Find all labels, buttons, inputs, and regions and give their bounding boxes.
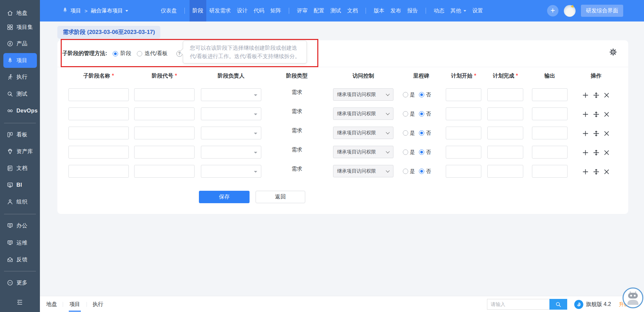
output-input[interactable]	[532, 165, 568, 178]
menu-code[interactable]: 代码	[251, 0, 267, 21]
assistant-robot-button[interactable]	[623, 287, 643, 308]
access-control-select[interactable]: 继承项目访问权限	[333, 88, 393, 101]
bottom-tab-home[interactable]: 地盘	[46, 296, 63, 312]
menu-report[interactable]: 报告	[404, 0, 421, 21]
sidebar-item-product[interactable]: 产品	[0, 37, 40, 50]
add-row-icon[interactable]	[582, 130, 589, 137]
dev-view-button[interactable]: 研发综合界面	[581, 5, 623, 17]
bottom-tab-project[interactable]: 项目	[63, 296, 87, 312]
stage-code-input[interactable]	[134, 88, 195, 101]
milestone-yes-radio[interactable]	[403, 130, 408, 136]
menu-build[interactable]: 版本	[371, 0, 387, 21]
stage-code-input[interactable]	[134, 127, 195, 139]
sidebar-item-office[interactable]: OA 办公	[0, 219, 40, 232]
menu-review[interactable]: 评审	[294, 0, 311, 21]
sidebar-item-org[interactable]: 组织	[0, 195, 40, 209]
plan-end-input[interactable]	[487, 165, 523, 178]
sidebar-item-more[interactable]: 更多	[0, 276, 40, 289]
menu-dynamic[interactable]: 动态	[431, 0, 447, 21]
menu-other[interactable]: 其他	[447, 0, 469, 21]
menu-config[interactable]: 配置	[311, 0, 327, 21]
menu-story[interactable]: 研发需求	[206, 0, 234, 21]
add-row-icon[interactable]	[582, 111, 589, 118]
radio-unselected-icon[interactable]	[137, 51, 142, 56]
collapse-sidebar-button[interactable]	[13, 297, 26, 308]
delete-row-icon[interactable]	[603, 111, 610, 118]
milestone-yes-radio[interactable]	[403, 111, 408, 117]
plan-end-input[interactable]	[487, 107, 523, 120]
milestone-no-radio[interactable]	[419, 130, 424, 136]
sidebar-item-execution[interactable]: 执行	[0, 70, 40, 84]
access-control-select[interactable]: 继承项目访问权限	[333, 127, 393, 139]
menu-stage[interactable]: 阶段	[190, 0, 206, 21]
save-button[interactable]: 保存	[199, 191, 250, 203]
sidebar-item-assets[interactable]: 资产库	[0, 145, 40, 158]
sidebar-item-program[interactable]: 项目集	[0, 20, 40, 34]
breadcrumb-project-switcher[interactable]: 融合瀑布项目	[91, 7, 123, 14]
delete-row-icon[interactable]	[603, 92, 610, 98]
add-row-icon[interactable]	[582, 92, 589, 98]
bottom-tab-execution[interactable]: 执行	[87, 296, 109, 312]
plan-start-input[interactable]	[446, 165, 481, 178]
split-stage-icon[interactable]	[593, 169, 599, 175]
stage-code-input[interactable]	[134, 165, 195, 178]
milestone-no-radio[interactable]	[419, 169, 424, 174]
back-button[interactable]: 返回	[256, 191, 305, 203]
sidebar-item-doc[interactable]: 文档	[0, 162, 40, 175]
substage-name-input[interactable]	[68, 146, 129, 159]
add-row-icon[interactable]	[582, 149, 589, 156]
plan-start-input[interactable]	[446, 127, 481, 139]
radio-selected-icon[interactable]	[113, 51, 118, 56]
access-control-select[interactable]: 继承项目访问权限	[333, 165, 393, 177]
sidebar-item-feedback[interactable]: 反馈	[0, 253, 40, 266]
output-input[interactable]	[532, 88, 568, 101]
stage-code-input[interactable]	[134, 146, 195, 159]
substage-name-input[interactable]	[68, 107, 129, 120]
substage-name-input[interactable]	[68, 127, 129, 139]
sidebar-item-kanban[interactable]: 看板	[0, 128, 40, 141]
stage-owner-select[interactable]	[201, 146, 261, 159]
plan-end-input[interactable]	[487, 127, 523, 139]
substage-name-input[interactable]	[68, 165, 129, 178]
radio-option-stage[interactable]: 阶段	[113, 50, 131, 57]
menu-release[interactable]: 发布	[387, 0, 404, 21]
breadcrumb-app[interactable]: 项目	[70, 7, 81, 14]
menu-doc[interactable]: 文档	[344, 0, 361, 21]
milestone-yes-radio[interactable]	[403, 92, 408, 97]
menu-settings[interactable]: 设置	[469, 0, 486, 21]
menu-design[interactable]: 设计	[234, 0, 251, 21]
radio-option-iteration[interactable]: 迭代/看板	[137, 50, 167, 57]
stage-owner-select[interactable]	[201, 165, 261, 178]
menu-test[interactable]: 测试	[327, 0, 344, 21]
sidebar-item-ops[interactable]: OPS 运维	[0, 236, 40, 250]
milestone-no-radio[interactable]	[419, 149, 424, 155]
gear-icon[interactable]	[609, 48, 617, 56]
milestone-no-radio[interactable]	[419, 111, 424, 117]
milestone-no-radio[interactable]	[419, 92, 424, 97]
menu-dashboard[interactable]: 仪表盘	[158, 0, 180, 21]
delete-row-icon[interactable]	[603, 149, 610, 156]
search-input[interactable]	[487, 299, 549, 310]
plan-start-input[interactable]	[446, 146, 481, 159]
plan-start-input[interactable]	[446, 107, 481, 120]
delete-row-icon[interactable]	[603, 130, 610, 137]
sidebar-item-home[interactable]: 地盘	[0, 6, 40, 20]
milestone-yes-radio[interactable]	[403, 169, 408, 174]
add-row-icon[interactable]	[582, 169, 589, 175]
stage-code-input[interactable]	[134, 107, 195, 120]
plan-start-input[interactable]	[446, 88, 481, 101]
menu-matrix[interactable]: 矩阵	[267, 0, 284, 21]
search-button[interactable]	[549, 299, 567, 310]
sidebar-item-qa[interactable]: 测试	[0, 87, 40, 101]
output-input[interactable]	[532, 146, 568, 159]
split-stage-icon[interactable]	[593, 130, 599, 137]
sidebar-item-bi[interactable]: BI	[0, 178, 40, 192]
split-stage-icon[interactable]	[593, 111, 599, 118]
quick-create-button[interactable]: +	[547, 5, 558, 16]
stage-owner-select[interactable]	[201, 107, 261, 120]
stage-owner-select[interactable]	[201, 88, 261, 101]
split-stage-icon[interactable]	[593, 149, 599, 156]
sidebar-item-project[interactable]: 项目	[3, 53, 37, 68]
delete-row-icon[interactable]	[603, 169, 610, 175]
milestone-yes-radio[interactable]	[403, 149, 408, 155]
